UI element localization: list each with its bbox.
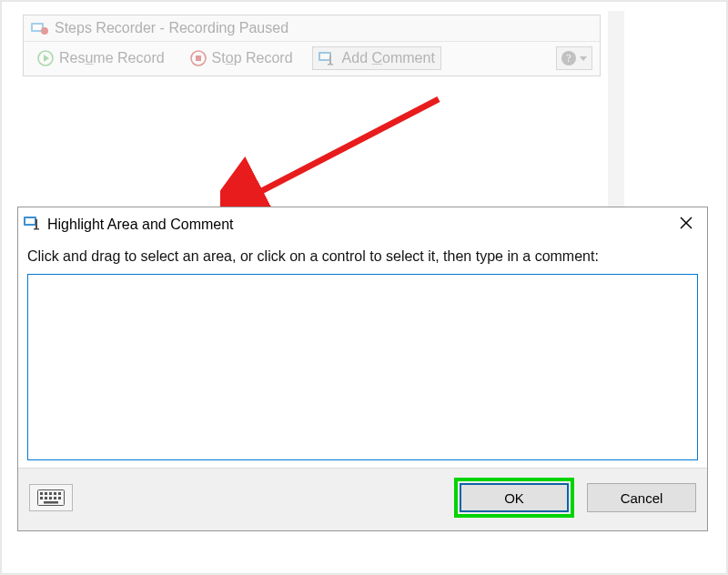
svg-rect-33: [44, 501, 58, 504]
svg-rect-25: [49, 492, 52, 495]
keyboard-icon: [37, 489, 65, 506]
stop-icon: [190, 50, 207, 66]
ok-highlight-annotation: OK: [454, 478, 574, 518]
svg-rect-30: [49, 497, 52, 499]
chevron-down-icon: [579, 50, 588, 66]
help-dropdown-button[interactable]: ?: [556, 46, 592, 70]
svg-line-15: [246, 99, 439, 199]
recorder-app-icon: [31, 21, 49, 35]
recorder-titlebar: Steps Recorder - Recording Paused: [24, 15, 600, 42]
recorder-title: Steps Recorder - Recording Paused: [55, 20, 288, 36]
dialog-titlebar: Highlight Area and Comment: [18, 207, 707, 241]
comment-icon: [318, 51, 337, 66]
svg-rect-18: [35, 219, 37, 228]
svg-rect-1: [33, 25, 42, 30]
svg-rect-6: [196, 55, 201, 61]
ok-button[interactable]: OK: [460, 483, 569, 512]
dialog-instructions: Click and drag to select an area, or cli…: [18, 241, 707, 274]
svg-rect-23: [40, 492, 43, 495]
svg-rect-19: [34, 228, 39, 230]
dialog-close-button[interactable]: [672, 213, 700, 236]
close-icon: [680, 217, 693, 229]
stop-record-button[interactable]: Stop Record: [184, 46, 299, 70]
cancel-button[interactable]: Cancel: [587, 483, 696, 512]
play-icon: [37, 50, 54, 66]
steps-recorder-window: Steps Recorder - Recording Paused Resume…: [23, 15, 601, 76]
resume-record-button[interactable]: Resume Record: [31, 46, 171, 70]
comment-textarea[interactable]: [27, 274, 698, 460]
svg-marker-13: [580, 56, 587, 61]
highlight-comment-dialog: Highlight Area and Comment Click and dra…: [17, 207, 708, 531]
svg-rect-32: [58, 497, 61, 499]
svg-rect-9: [329, 55, 331, 64]
svg-rect-26: [54, 492, 56, 495]
svg-rect-29: [45, 497, 47, 499]
dialog-app-icon: [24, 216, 42, 234]
svg-rect-24: [45, 492, 47, 495]
svg-text:?: ?: [566, 52, 571, 65]
annotation-arrow: [220, 88, 457, 216]
dialog-title: Highlight Area and Comment: [47, 217, 234, 233]
svg-point-2: [41, 27, 48, 35]
svg-rect-10: [328, 64, 333, 66]
svg-rect-28: [40, 497, 43, 499]
add-comment-button[interactable]: Add Comment: [312, 46, 441, 70]
svg-rect-17: [25, 218, 35, 224]
svg-rect-27: [58, 492, 61, 495]
on-screen-keyboard-button[interactable]: [29, 484, 73, 511]
help-icon: ?: [561, 50, 577, 66]
recorder-toolbar: Resume Record Stop Record Add Comment: [24, 42, 600, 76]
dialog-button-bar: OK Cancel: [18, 468, 707, 530]
svg-rect-31: [54, 497, 56, 499]
svg-rect-8: [320, 54, 329, 59]
svg-marker-4: [44, 55, 49, 62]
